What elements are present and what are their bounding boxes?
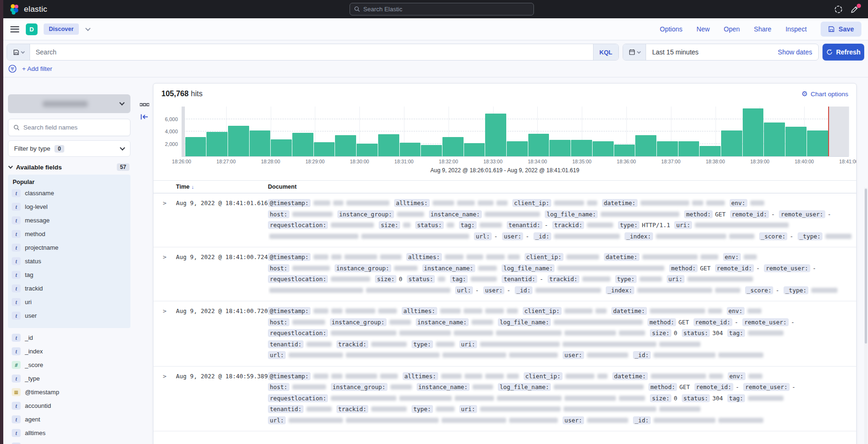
histogram-bar[interactable] (442, 137, 464, 156)
field-badge[interactable]: remote_id: (715, 264, 754, 272)
collapse-sidebar-icon[interactable] (140, 113, 149, 121)
histogram-bar[interactable] (678, 141, 700, 156)
expand-row-button[interactable]: > (157, 371, 176, 426)
save-button[interactable]: Save (821, 22, 861, 37)
field-badge[interactable]: _type: (784, 286, 808, 294)
field-badge[interactable]: status: (415, 221, 444, 229)
field-item[interactable]: tagent (12, 413, 127, 426)
field-badge[interactable]: size: (379, 221, 400, 229)
options-link[interactable]: Options (660, 25, 682, 33)
field-badge[interactable]: instance_name: (429, 210, 482, 218)
field-item[interactable]: taccountid (12, 399, 127, 413)
field-badge[interactable]: uri: (674, 221, 692, 229)
field-badge[interactable]: uri: (459, 405, 477, 413)
field-badge[interactable]: requestlocation: (268, 221, 328, 229)
field-badge[interactable]: method: (647, 318, 676, 326)
field-badge[interactable]: method: (684, 210, 713, 218)
field-badge[interactable]: uri: (459, 340, 477, 348)
field-badge[interactable]: status: (682, 394, 710, 402)
field-badge[interactable]: log_file_name: (498, 318, 551, 326)
field-item[interactable]: tstatus (12, 254, 127, 268)
field-item[interactable]: tappname (12, 440, 127, 444)
vertical-scrollbar[interactable] (864, 188, 868, 444)
elastic-brand[interactable]: elastic (10, 4, 47, 15)
field-badge[interactable]: type: (411, 405, 433, 413)
field-item[interactable]: tmessage (12, 214, 127, 227)
histogram-bar[interactable] (528, 134, 549, 156)
field-item[interactable]: #_score (12, 358, 127, 372)
time-column-header[interactable]: Time↓ (176, 184, 268, 190)
hits-histogram[interactable]: 2,0004,0006,000 18:26:0018:27:0018:28:00… (182, 107, 849, 157)
field-badge[interactable]: tag: (727, 329, 745, 337)
field-badge[interactable]: host: (268, 318, 289, 326)
field-badge[interactable]: host: (268, 210, 289, 218)
field-badge[interactable]: trackid: (548, 275, 579, 283)
field-badge[interactable]: method: (669, 264, 698, 272)
field-badge[interactable]: log_file_name: (498, 383, 551, 391)
field-badge[interactable]: instance_group: (335, 264, 391, 272)
field-badge[interactable]: client_ip: (523, 307, 562, 315)
field-badge[interactable]: client_ip: (512, 199, 551, 207)
show-dates-button[interactable]: Show dates (772, 44, 818, 60)
field-item[interactable]: turi (12, 295, 127, 309)
field-badge[interactable]: method: (648, 383, 677, 391)
field-badge[interactable]: user: (563, 416, 584, 424)
field-badge[interactable]: _index: (606, 286, 634, 294)
histogram-bar[interactable] (807, 130, 828, 156)
filter-icon[interactable] (8, 64, 17, 73)
field-badge[interactable]: remote_user: (779, 210, 825, 218)
histogram-bar[interactable] (271, 139, 292, 156)
field-badge[interactable]: instance_name: (417, 383, 470, 391)
chevron-down-icon[interactable] (85, 26, 91, 31)
field-badge[interactable]: remote_id: (730, 210, 769, 218)
field-badge[interactable]: user: (502, 232, 524, 240)
field-badge[interactable]: tenantid: (502, 275, 537, 283)
histogram-bar[interactable] (357, 144, 378, 156)
histogram-bar[interactable] (700, 146, 721, 156)
field-badge[interactable]: env: (728, 372, 746, 380)
field-badge[interactable]: datetime: (602, 199, 638, 207)
histogram-bar[interactable] (292, 133, 313, 156)
field-badge[interactable]: status: (407, 275, 435, 283)
field-badge[interactable]: alltimes: (403, 372, 438, 380)
field-badge[interactable]: instance_name: (416, 318, 469, 326)
global-search-input[interactable] (363, 6, 529, 13)
histogram-bar[interactable] (549, 140, 571, 156)
field-badge[interactable]: tenantid: (507, 221, 542, 229)
histogram-bar[interactable] (400, 143, 421, 156)
field-badge[interactable]: env: (723, 253, 741, 261)
histogram-bar[interactable] (764, 122, 785, 156)
field-badge[interactable]: log_file_name: (502, 264, 555, 272)
field-badge[interactable]: _id: (633, 416, 651, 424)
histogram-bar[interactable] (485, 114, 506, 156)
field-badge[interactable]: uri: (667, 275, 685, 283)
field-badge[interactable]: size: (650, 394, 671, 402)
histogram-bar[interactable] (228, 126, 249, 156)
saved-query-menu-button[interactable] (7, 44, 30, 60)
chart-options-button[interactable]: ⚙ Chart options (801, 90, 848, 98)
chevron-down-icon[interactable] (8, 164, 13, 169)
field-badge[interactable]: type: (618, 221, 640, 229)
field-badge[interactable]: remote_id: (694, 383, 733, 391)
field-badge[interactable]: instance_name: (422, 264, 475, 272)
histogram-bar[interactable] (635, 135, 656, 156)
field-badge[interactable]: remote_id: (693, 318, 732, 326)
field-badge[interactable]: @timestamp: (268, 372, 311, 380)
field-item[interactable]: tclassname (12, 186, 127, 200)
field-badge[interactable]: remote_user: (743, 383, 789, 391)
field-badge[interactable]: tag: (450, 275, 468, 283)
new-link[interactable]: New (697, 25, 710, 33)
inspect-link[interactable]: Inspect (785, 25, 807, 33)
field-badge[interactable]: size: (650, 329, 671, 337)
field-badge[interactable]: status: (682, 329, 710, 337)
field-badge[interactable]: env: (727, 307, 745, 315)
field-badge[interactable]: trackid: (552, 221, 584, 229)
field-badge[interactable]: url: (268, 416, 286, 424)
expand-row-button[interactable]: > (157, 252, 176, 296)
field-badge[interactable]: remote_user: (764, 264, 810, 272)
scrollbar-thumb[interactable] (865, 189, 867, 344)
global-search[interactable] (350, 3, 534, 15)
histogram-bar[interactable] (421, 145, 442, 157)
field-badge[interactable]: tag: (727, 394, 745, 402)
histogram-bar[interactable] (657, 141, 678, 156)
